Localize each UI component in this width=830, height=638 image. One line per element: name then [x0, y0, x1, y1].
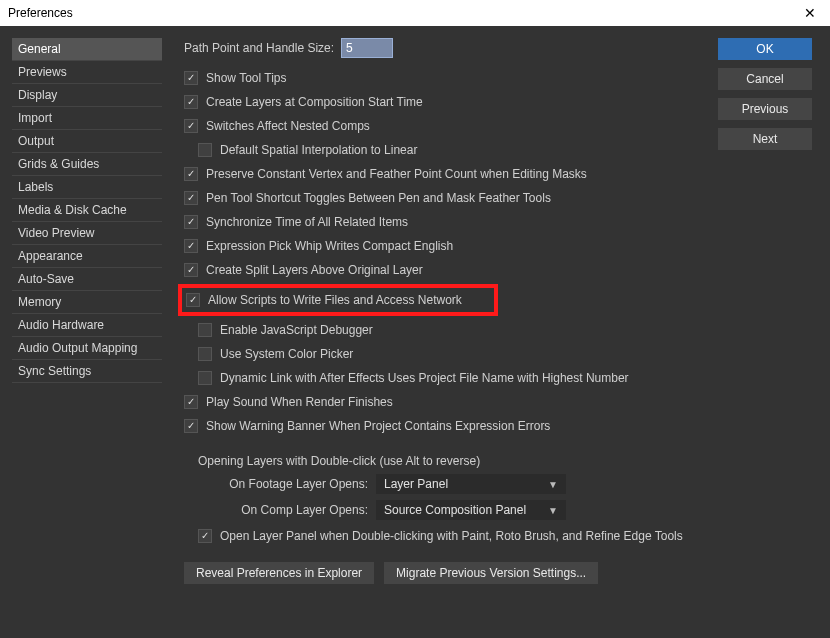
checkbox[interactable] [184, 191, 198, 205]
sidebar-item-labels[interactable]: Labels [12, 176, 162, 199]
checkbox-label: Pen Tool Shortcut Toggles Between Pen an… [206, 188, 551, 208]
sidebar-item-media-disk-cache[interactable]: Media & Disk Cache [12, 199, 162, 222]
sidebar-item-import[interactable]: Import [12, 107, 162, 130]
group-title: Opening Layers with Double-click (use Al… [184, 454, 706, 468]
checkbox[interactable] [184, 119, 198, 133]
open-layer-panel-checkbox[interactable] [198, 529, 212, 543]
checkbox[interactable] [198, 143, 212, 157]
sidebar: GeneralPreviewsDisplayImportOutputGrids … [12, 38, 162, 626]
sidebar-item-memory[interactable]: Memory [12, 291, 162, 314]
window-title: Preferences [8, 6, 73, 20]
checkbox-label: Dynamic Link with After Effects Uses Pro… [220, 368, 629, 388]
sidebar-item-previews[interactable]: Previews [12, 61, 162, 84]
checkbox-label: Expression Pick Whip Writes Compact Engl… [206, 236, 453, 256]
checkbox[interactable] [184, 263, 198, 277]
checkbox-label: Allow Scripts to Write Files and Access … [208, 290, 462, 310]
comp-layer-select[interactable]: Source Composition Panel ▼ [376, 500, 566, 520]
sidebar-item-auto-save[interactable]: Auto-Save [12, 268, 162, 291]
ok-button[interactable]: OK [718, 38, 812, 60]
sidebar-item-output[interactable]: Output [12, 130, 162, 153]
checkbox-label: Use System Color Picker [220, 344, 353, 364]
close-icon[interactable]: ✕ [800, 5, 820, 21]
checkbox-label: Show Tool Tips [206, 68, 287, 88]
footage-layer-label: On Footage Layer Opens: [198, 477, 368, 491]
chevron-down-icon: ▼ [548, 505, 558, 516]
checkbox[interactable] [186, 293, 200, 307]
checkbox[interactable] [184, 239, 198, 253]
next-button[interactable]: Next [718, 128, 812, 150]
sidebar-item-general[interactable]: General [12, 38, 162, 61]
checkbox[interactable] [184, 395, 198, 409]
highlight-box: Allow Scripts to Write Files and Access … [178, 284, 498, 316]
checkbox-label: Enable JavaScript Debugger [220, 320, 373, 340]
checkbox[interactable] [198, 323, 212, 337]
footage-layer-value: Layer Panel [384, 477, 448, 491]
checkbox[interactable] [184, 215, 198, 229]
footage-layer-select[interactable]: Layer Panel ▼ [376, 474, 566, 494]
reveal-preferences-button[interactable]: Reveal Preferences in Explorer [184, 562, 374, 584]
checkbox-label: Switches Affect Nested Comps [206, 116, 370, 136]
checkbox-label: Default Spatial Interpolation to Linear [220, 140, 417, 160]
path-point-input[interactable] [342, 39, 392, 57]
checkbox[interactable] [184, 95, 198, 109]
comp-layer-value: Source Composition Panel [384, 503, 526, 517]
sidebar-item-sync-settings[interactable]: Sync Settings [12, 360, 162, 383]
sidebar-item-display[interactable]: Display [12, 84, 162, 107]
checkbox[interactable] [184, 71, 198, 85]
checkbox-label: Create Layers at Composition Start Time [206, 92, 423, 112]
checkbox-label: Play Sound When Render Finishes [206, 392, 393, 412]
open-layer-panel-label: Open Layer Panel when Double-clicking wi… [220, 526, 683, 546]
chevron-down-icon: ▼ [548, 479, 558, 490]
sidebar-item-audio-hardware[interactable]: Audio Hardware [12, 314, 162, 337]
checkbox-label: Show Warning Banner When Project Contain… [206, 416, 550, 436]
sidebar-item-appearance[interactable]: Appearance [12, 245, 162, 268]
checkbox-label: Preserve Constant Vertex and Feather Poi… [206, 164, 587, 184]
checkbox-label: Create Split Layers Above Original Layer [206, 260, 423, 280]
checkbox-label: Synchronize Time of All Related Items [206, 212, 408, 232]
migrate-settings-button[interactable]: Migrate Previous Version Settings... [384, 562, 598, 584]
path-point-label: Path Point and Handle Size: [184, 38, 334, 58]
checkbox[interactable] [184, 167, 198, 181]
sidebar-item-grids-guides[interactable]: Grids & Guides [12, 153, 162, 176]
sidebar-item-video-preview[interactable]: Video Preview [12, 222, 162, 245]
content-panel: Path Point and Handle Size: Show Tool Ti… [162, 38, 718, 626]
checkbox[interactable] [184, 419, 198, 433]
sidebar-item-audio-output-mapping[interactable]: Audio Output Mapping [12, 337, 162, 360]
checkbox[interactable] [198, 347, 212, 361]
checkbox[interactable] [198, 371, 212, 385]
comp-layer-label: On Comp Layer Opens: [198, 503, 368, 517]
previous-button[interactable]: Previous [718, 98, 812, 120]
cancel-button[interactable]: Cancel [718, 68, 812, 90]
